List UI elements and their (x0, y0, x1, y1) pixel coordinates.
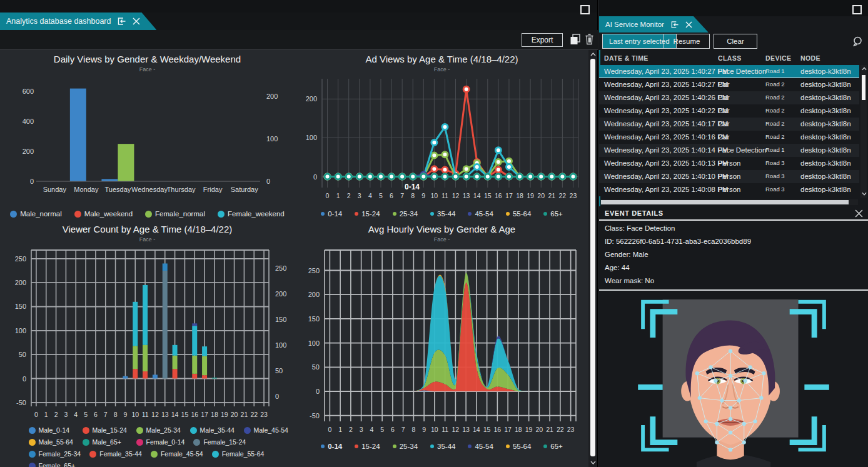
maximize-icon[interactable] (580, 5, 590, 14)
table-row[interactable]: Wednesday, April 23, 2025 1:40:14 PMFace… (599, 144, 859, 157)
legend-item[interactable]: 35-44 (430, 210, 455, 218)
legend-item[interactable]: Female_55-64 (212, 450, 265, 458)
export-tab-icon[interactable] (117, 17, 126, 26)
legend-item[interactable]: Male_35-44 (190, 426, 235, 434)
chart-subtitle: Face - (295, 236, 589, 243)
tab-ai-service-monitor[interactable]: AI Service Monitor (599, 16, 709, 33)
legend-item[interactable]: Male_65+ (83, 438, 128, 446)
svg-text:400: 400 (22, 118, 33, 125)
maximize-icon[interactable] (852, 5, 862, 14)
charts-grid: Daily Views by Gender & Weekday/Weekend … (0, 50, 589, 467)
svg-text:12: 12 (452, 426, 459, 433)
table-cell: Face Detection (718, 146, 766, 154)
legend-item[interactable]: 0-14 (321, 210, 342, 218)
legend-marker (29, 439, 36, 446)
svg-text:7: 7 (103, 411, 107, 418)
legend-item[interactable]: Female_0-14 (136, 438, 185, 446)
duplicate-icon[interactable] (570, 33, 581, 48)
legend-item[interactable]: Female_15-24 (193, 438, 246, 446)
legend-marker (430, 212, 434, 216)
legend-item[interactable]: 25-34 (393, 443, 418, 450)
column-class[interactable]: CLASS (718, 54, 742, 62)
scrollbar-thumb[interactable] (590, 59, 595, 456)
table-row[interactable]: Wednesday, April 23, 2025 1:40:13 PMPers… (599, 157, 859, 170)
legend-item[interactable]: 45-54 (468, 210, 493, 218)
service-status-icon[interactable] (852, 36, 863, 49)
scrollbar-thumb[interactable] (862, 75, 865, 100)
legend-label: Male_15-24 (93, 426, 127, 434)
table-row[interactable]: Wednesday, April 23, 2025 1:40:27 PMFace… (599, 65, 859, 78)
legend-item[interactable]: Female_weekend (218, 210, 285, 218)
legend-item[interactable]: 65+ (543, 210, 563, 218)
table-row[interactable]: Wednesday, April 23, 2025 1:40:17 PMCarR… (599, 118, 859, 131)
svg-text:100: 100 (14, 327, 26, 334)
close-icon[interactable] (685, 21, 692, 28)
resume-button[interactable]: Resume (664, 34, 710, 49)
svg-text:21: 21 (240, 411, 248, 418)
table-row[interactable]: Wednesday, April 23, 2025 1:40:10 PMPers… (599, 170, 859, 183)
legend-item[interactable]: Male_0-14 (29, 426, 74, 434)
svg-text:13: 13 (462, 426, 470, 433)
scroll-up-icon[interactable] (860, 65, 868, 73)
legend-item[interactable]: Female_25-34 (29, 450, 81, 458)
legend-item[interactable]: Female_45-54 (151, 450, 203, 458)
trash-icon[interactable] (585, 33, 594, 48)
scrollbar-thumb[interactable] (601, 200, 849, 204)
chart-canvas[interactable]: -500501001502002500501001502002500123456… (6, 244, 289, 425)
legend-marker (29, 451, 36, 458)
scroll-down-icon[interactable] (589, 459, 597, 466)
table-cell: desktop-k3ktl8n (800, 120, 851, 128)
svg-text:9: 9 (421, 192, 425, 199)
scroll-up-icon[interactable] (589, 51, 597, 58)
table-hscrollbar[interactable] (600, 199, 858, 205)
legend-item[interactable]: 55-64 (506, 443, 531, 450)
legend-item[interactable]: 15-24 (355, 210, 380, 218)
chart-canvas[interactable]: 0100200012345678910111213141516171819202… (297, 74, 587, 210)
legend-item[interactable]: Male_15-24 (83, 426, 128, 434)
legend-item[interactable]: Male_normal (10, 210, 61, 218)
close-icon[interactable] (855, 209, 863, 220)
column-node[interactable]: NODE (800, 54, 820, 62)
dashboard-scrollbar[interactable] (588, 50, 597, 467)
column-device[interactable]: DEVICE (765, 54, 792, 62)
legend-item[interactable]: Male_25-34 (136, 426, 181, 434)
close-icon[interactable] (133, 18, 140, 25)
column-date-time[interactable]: DATE & TIME (604, 54, 648, 62)
legend-item[interactable]: Male_55-64 (29, 438, 74, 446)
scroll-down-icon[interactable] (860, 190, 868, 198)
legend-marker (83, 427, 89, 434)
table-cell: desktop-k3ktl8n (800, 159, 851, 167)
table-row[interactable]: Wednesday, April 23, 2025 1:40:22 PMCarR… (599, 104, 859, 118)
tab-analytics-dashboard[interactable]: Analytics database dashboard (0, 13, 156, 30)
export-button[interactable]: Export (522, 33, 563, 47)
legend-item[interactable]: 45-54 (468, 443, 493, 450)
table-row[interactable]: Wednesday, April 23, 2025 1:40:27 PMCarR… (599, 78, 859, 91)
legend-item[interactable]: 25-34 (393, 210, 418, 218)
export-tab-icon[interactable] (670, 21, 679, 29)
legend-item[interactable]: 15-24 (355, 443, 380, 450)
svg-text:16: 16 (495, 192, 502, 199)
legend-marker (355, 212, 358, 216)
legend-item[interactable]: Female_normal (145, 210, 205, 218)
chart-canvas[interactable]: -500501001502002500123456789101112131415… (297, 244, 587, 443)
legend-item[interactable]: 55-64 (506, 210, 531, 218)
legend-item[interactable]: Male_weekend (74, 210, 133, 218)
table-row[interactable]: Wednesday, April 23, 2025 1:40:26 PMCarR… (599, 91, 859, 104)
detail-id: ID: 562226f0-6a51-4731-aba3-eca2036bbd89 (599, 234, 868, 247)
legend-item[interactable]: 65+ (543, 443, 563, 450)
clear-button[interactable]: Clear (714, 34, 757, 49)
svg-text:14: 14 (171, 411, 178, 418)
legend-item[interactable]: Female_35-44 (89, 450, 142, 458)
svg-text:2: 2 (54, 411, 58, 418)
table-row[interactable]: Wednesday, April 23, 2025 1:40:16 PMCarR… (599, 131, 859, 144)
svg-text:100: 100 (305, 134, 316, 141)
table-row[interactable]: Wednesday, April 23, 2025 1:40:08 PMPers… (599, 183, 859, 196)
face-detection-illustration (637, 294, 830, 467)
legend-item[interactable]: 0-14 (321, 443, 342, 450)
chart-canvas[interactable]: 02004006000100200SundayMondayTuesdayWedn… (3, 74, 293, 210)
legend-item[interactable]: Male_45-54 (244, 426, 289, 434)
table-scrollbar[interactable] (860, 65, 867, 198)
legend-item[interactable]: Female_65+ (29, 462, 76, 467)
dashboard-toolbar: Export (0, 30, 598, 50)
legend-item[interactable]: 35-44 (430, 443, 455, 450)
